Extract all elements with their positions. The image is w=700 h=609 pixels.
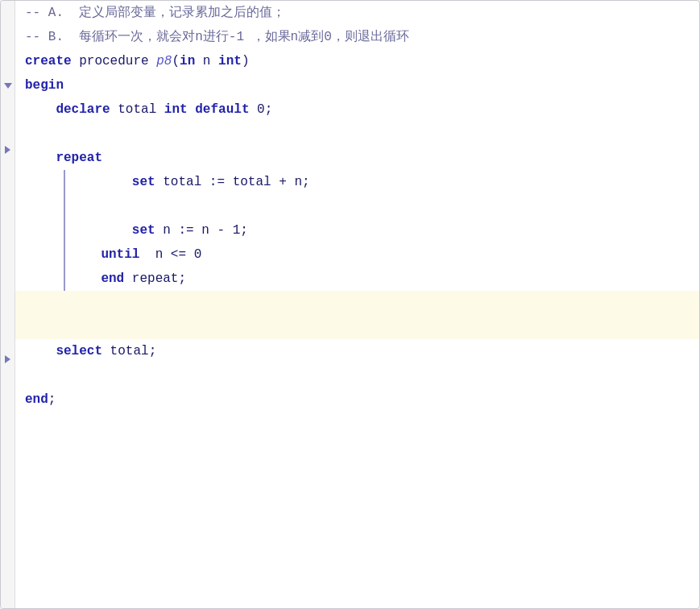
code-line-9 (15, 194, 699, 218)
code-text-6 (15, 122, 33, 146)
triangle-down-icon[interactable] (4, 83, 12, 89)
code-content[interactable]: -- A. 定义局部变量，记录累加之后的值；-- B. 每循环一次，就会对n进行… (15, 1, 699, 608)
gutter-marker-2 (2, 25, 14, 49)
code-text-7: repeat (15, 146, 102, 170)
code-text-3: create procedure p8(in n int) (15, 49, 249, 73)
code-line-13 (15, 291, 699, 315)
code-text-12: end repeat; (65, 267, 186, 291)
code-line-7: repeat (15, 146, 699, 170)
gutter-marker-13 (2, 275, 14, 291)
gutter (1, 1, 15, 608)
code-text-17: end; (15, 387, 56, 412)
code-text-10: set n := n - 1; (65, 218, 248, 242)
gutter-marker-4 (2, 73, 14, 97)
gutter-marker-12 (2, 251, 14, 275)
triangle-right-icon[interactable] (5, 355, 10, 363)
code-text-9 (65, 194, 78, 218)
code-line-2: -- B. 每循环一次，就会对n进行-1 ，如果n减到0，则退出循环 (15, 25, 699, 49)
gutter-marker-11 (2, 226, 14, 251)
code-line-5: declare total int default 0; (15, 97, 699, 122)
code-text-8: set total := total + n; (65, 170, 310, 194)
code-text-11: until n <= 0 (65, 242, 201, 267)
code-line-11: until n <= 0 (15, 242, 699, 267)
gutter-marker-8 (2, 162, 14, 186)
code-text-15: select total; (15, 339, 156, 363)
gutter-marker-17 (2, 347, 14, 371)
code-line-16 (15, 363, 699, 387)
code-text-13 (15, 291, 33, 315)
triangle-right-icon[interactable] (5, 146, 10, 154)
code-area: -- A. 定义局部变量，记录累加之后的值；-- B. 每循环一次，就会对n进行… (1, 1, 699, 608)
code-text-14 (15, 315, 33, 339)
code-line-15: select total; (15, 339, 699, 363)
gutter-marker-9 (2, 186, 14, 202)
code-text-16 (15, 363, 33, 387)
code-line-14 (15, 315, 699, 339)
code-text-5: declare total int default 0; (15, 97, 272, 122)
code-text-4: begin (15, 73, 64, 97)
gutter-marker-7 (2, 138, 14, 162)
code-line-10: set n := n - 1; (15, 218, 699, 242)
gutter-marker-15 (2, 307, 14, 331)
code-line-3: create procedure p8(in n int) (15, 49, 699, 73)
code-line-6 (15, 122, 699, 146)
gutter-marker-16 (2, 331, 14, 347)
code-text-2: -- B. 每循环一次，就会对n进行-1 ，如果n减到0，则退出循环 (15, 25, 409, 49)
gutter-marker-5 (2, 97, 14, 122)
code-line-8: set total := total + n; (15, 170, 699, 194)
code-line-1: -- A. 定义局部变量，记录累加之后的值； (15, 1, 699, 25)
code-line-17: end; (15, 387, 699, 412)
gutter-marker-14 (2, 291, 14, 307)
code-text-1: -- A. 定义局部变量，记录累加之后的值； (15, 1, 285, 25)
code-line-12: end repeat; (15, 267, 699, 291)
gutter-marker-3 (2, 49, 14, 73)
gutter-marker-10 (2, 202, 14, 226)
editor-container: -- A. 定义局部变量，记录累加之后的值；-- B. 每循环一次，就会对n进行… (0, 0, 700, 609)
gutter-marker-1 (2, 1, 14, 25)
gutter-marker-6 (2, 122, 14, 138)
code-line-4: begin (15, 73, 699, 97)
